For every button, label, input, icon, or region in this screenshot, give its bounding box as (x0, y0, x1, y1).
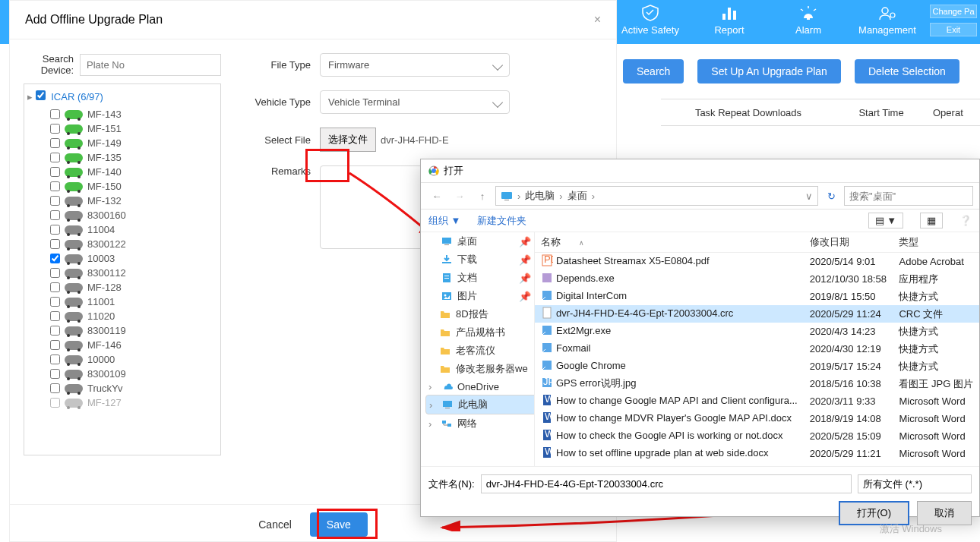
ribbon-active-safety[interactable]: Active Safety (611, 0, 690, 44)
ribbon-report[interactable]: Report (690, 0, 769, 44)
tree-item[interactable]: 11020 (27, 309, 217, 323)
folder-icon (439, 326, 451, 339)
svg-rect-9 (504, 200, 509, 200)
file-row[interactable]: WHow to set offline upgrade plan at web … (535, 445, 979, 462)
tree-item[interactable]: MF-146 (27, 338, 217, 352)
jpg-icon: JPG (541, 377, 553, 389)
sidebar-item[interactable]: ›此电脑 (425, 395, 535, 414)
new-folder-button[interactable]: 新建文件夹 (477, 214, 526, 228)
file-row[interactable]: WHow to change Google MAP API and Client… (535, 392, 979, 410)
sidebar-item[interactable]: 桌面📌 (425, 232, 534, 251)
sidebar-item[interactable]: 下载📌 (425, 251, 534, 269)
tree-item[interactable]: MF-140 (27, 165, 217, 179)
svg-point-5 (890, 13, 895, 17)
vehicle-icon (65, 240, 83, 249)
sidebar-item[interactable]: 修改老服务器we (425, 360, 534, 378)
ribbon-alarm[interactable]: Alarm (769, 0, 848, 44)
sidebar-item[interactable]: 文档📌 (425, 269, 534, 287)
tree-item[interactable]: 8300109 (27, 367, 217, 381)
sidebar-item[interactable]: ›网络 (425, 414, 534, 433)
file-row[interactable]: JPGGPS error说明.jpg2018/5/16 10:38看图王 JPG… (535, 375, 979, 392)
tree-item[interactable]: MF-128 (27, 280, 217, 295)
chevron-down-icon (492, 59, 503, 70)
tree-item[interactable]: 11001 (27, 295, 217, 309)
dialog-search-input[interactable] (844, 186, 973, 206)
svg-rect-19 (445, 408, 450, 408)
device-tree[interactable]: ▸ ICAR (6/97) MF-143MF-151MF-149MF-135MF… (24, 84, 221, 455)
tree-item[interactable]: MF-150 (27, 179, 217, 194)
vehicle-icon (65, 139, 83, 148)
tree-item[interactable]: MF-132 (27, 194, 217, 208)
file-row[interactable]: PDFDatasheet Streamax X5-E0804.pdf2020/5… (535, 253, 979, 271)
tree-root[interactable]: ▸ ICAR (6/97) (27, 89, 217, 107)
filename-input[interactable] (481, 474, 852, 493)
sidebar-item[interactable]: 老客流仪 (425, 342, 534, 360)
svg-rect-20 (442, 421, 446, 424)
breadcrumb[interactable]: › 此电脑 › 桌面 › ∨ (495, 186, 818, 206)
sidebar-item[interactable]: 图片📌 (425, 287, 534, 305)
tree-item[interactable]: 11004 (27, 222, 217, 237)
file-row[interactable]: WHow to check the Google API is working … (535, 427, 979, 445)
refresh-button[interactable]: ↻ (821, 186, 841, 206)
tree-item[interactable]: MF-135 (27, 150, 217, 165)
selected-file-name: dvr-JH4-FHD-E (381, 134, 449, 146)
tree-item[interactable]: 8300160 (27, 208, 217, 222)
tree-item[interactable]: MF-149 (27, 136, 217, 150)
tree-item[interactable]: MF-127 (27, 395, 217, 410)
vehicle-icon (65, 254, 83, 263)
tree-item[interactable]: 10003 (27, 251, 217, 266)
view-mode-button[interactable]: ▤ ▼ (868, 213, 903, 228)
file-row[interactable]: Digital InterCom2019/8/1 15:50快捷方式 (535, 288, 979, 305)
close-icon[interactable]: × (594, 13, 601, 27)
tree-item[interactable]: 8300122 (27, 237, 217, 251)
tree-item[interactable]: TruckYv (27, 381, 217, 395)
doc-icon: W (541, 429, 553, 441)
nav-back-button[interactable]: ← (427, 186, 447, 206)
help-button[interactable]: ❔ (959, 215, 972, 226)
vehicle-icon (65, 341, 83, 350)
ribbon-management[interactable]: Management (848, 0, 927, 44)
svg-rect-0 (722, 14, 726, 20)
sidebar-item[interactable]: ›OneDrive (425, 378, 534, 395)
tree-item[interactable]: MF-151 (27, 121, 217, 136)
file-row[interactable]: Depends.exe2012/10/30 18:58应用程序 (535, 270, 979, 288)
col-repeat: Task Repeat Downloads (661, 107, 836, 118)
file-filter-select[interactable] (858, 474, 972, 493)
cancel-button[interactable]: Cancel (258, 518, 292, 531)
organize-menu[interactable]: 组织 ▼ (428, 214, 460, 228)
delete-selection-button[interactable]: Delete Selection (855, 59, 959, 84)
file-type-select[interactable]: Firmware (320, 53, 510, 77)
search-device-input[interactable] (80, 54, 221, 76)
file-list[interactable]: 名称∧ 修改日期 类型 PDFDatasheet Streamax X5-E08… (535, 232, 979, 466)
setup-upgrade-button[interactable]: Set Up An Upgrade Plan (697, 59, 841, 84)
sidebar-item[interactable]: 8D报告 (425, 305, 534, 323)
vehicle-type-select[interactable]: Vehicle Terminal (320, 90, 510, 114)
vehicle-icon (65, 298, 83, 307)
save-button[interactable]: Save (310, 512, 368, 537)
file-row[interactable]: Foxmail2020/4/30 12:19快捷方式 (535, 340, 979, 358)
sidebar-item[interactable]: 产品规格书 (425, 323, 534, 342)
tree-item[interactable]: MF-143 (27, 107, 217, 121)
cloud-icon (441, 380, 453, 392)
vehicle-icon (65, 269, 83, 278)
vehicle-icon (65, 326, 83, 336)
file-row[interactable]: WHow to change MDVR Player's Google MAP … (535, 410, 979, 427)
preview-pane-button[interactable]: ▦ (920, 213, 943, 228)
file-row[interactable]: Google Chrome2019/5/17 15:24快捷方式 (535, 358, 979, 375)
nav-up-button[interactable]: ↑ (473, 186, 492, 206)
nav-fwd-button[interactable]: → (450, 186, 469, 206)
folder-icon (439, 345, 451, 357)
svg-rect-26 (543, 307, 551, 318)
exit-button[interactable]: Exit (930, 23, 977, 36)
select-file-label: Select File (251, 134, 320, 146)
change-password-button[interactable]: Change Pa (930, 5, 977, 18)
tree-item[interactable]: 10000 (27, 352, 217, 367)
tree-item[interactable]: 8300112 (27, 266, 217, 280)
choose-file-button[interactable]: 选择文件 (320, 128, 376, 152)
file-type-label: File Type (251, 59, 320, 71)
file-row[interactable]: Ext2Mgr.exe2020/4/3 14:23快捷方式 (535, 323, 979, 340)
dialog-sidebar[interactable]: 桌面📌下载📌文档📌图片📌8D报告产品规格书老客流仪修改老服务器we›OneDri… (421, 232, 535, 466)
search-button[interactable]: Search (623, 59, 684, 84)
tree-item[interactable]: 8300119 (27, 323, 217, 338)
file-row[interactable]: dvr-JH4-FHD-E4-4G-Ept-T20033004.crc2020/… (535, 305, 979, 323)
